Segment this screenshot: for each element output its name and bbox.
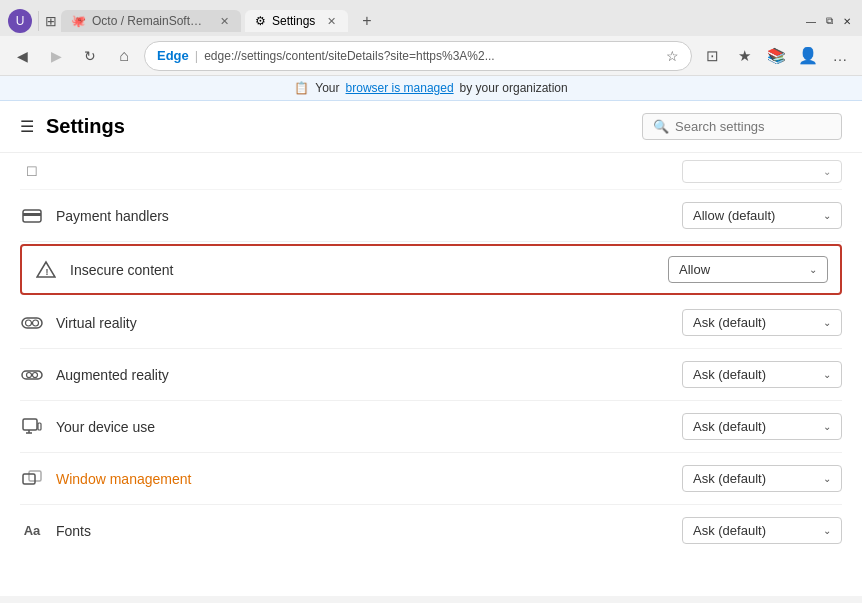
settings-page: ☰ Settings 🔍 ☐ ⌄ Payment handle: [0, 101, 862, 596]
svg-point-8: [33, 372, 38, 377]
home-button[interactable]: ⌂: [110, 42, 138, 70]
payment-handlers-label: Payment handlers: [56, 208, 670, 224]
restore-icon: ⧉: [826, 15, 833, 27]
svg-rect-10: [23, 419, 37, 430]
edge-logo: Edge: [157, 48, 189, 63]
split-screen-button[interactable]: ⊡: [698, 42, 726, 70]
tab-settings-close[interactable]: ✕: [325, 15, 338, 28]
search-icon: 🔍: [653, 119, 669, 134]
fonts-label: Fonts: [56, 523, 670, 539]
list-item-window-management: Window management Ask (default) ⌄: [20, 453, 842, 505]
chevron-down-icon: ⌄: [823, 473, 831, 484]
chevron-down-icon: ⌄: [823, 369, 831, 380]
forward-button[interactable]: ▶: [42, 42, 70, 70]
address-url: edge://settings/content/siteDetails?site…: [204, 49, 495, 63]
insecure-content-icon: !: [34, 258, 58, 282]
device-use-dropdown[interactable]: Ask (default) ⌄: [682, 413, 842, 440]
window-controls: — ⧉ ✕: [804, 14, 854, 28]
address-bar: ◀ ▶ ↻ ⌂ Edge | edge://settings/content/s…: [0, 36, 862, 76]
list-item-augmented-reality: Augmented reality Ask (default) ⌄: [20, 349, 842, 401]
tab-settings-label: Settings: [272, 14, 315, 28]
tab-octo-close[interactable]: ✕: [218, 15, 231, 28]
window-management-value: Ask (default): [693, 471, 815, 486]
tab-octo-favicon: 🐙: [71, 14, 86, 28]
augmented-reality-icon: [20, 363, 44, 387]
virtual-reality-dropdown[interactable]: Ask (default) ⌄: [682, 309, 842, 336]
star-icon[interactable]: ☆: [666, 48, 679, 64]
settings-list: ☐ ⌄ Payment handlers Allow (default) ⌄: [0, 153, 862, 596]
device-use-label: Your device use: [56, 419, 670, 435]
settings-header: ☰ Settings 🔍: [0, 101, 862, 153]
favorites-button[interactable]: ★: [730, 42, 758, 70]
insecure-content-dropdown[interactable]: Allow ⌄: [668, 256, 828, 283]
augmented-reality-dropdown[interactable]: Ask (default) ⌄: [682, 361, 842, 388]
search-box[interactable]: 🔍: [642, 113, 842, 140]
window-management-icon: [20, 467, 44, 491]
minimize-icon: —: [806, 16, 816, 27]
payment-handlers-icon: [20, 204, 44, 228]
fonts-value: Ask (default): [693, 523, 815, 538]
search-input[interactable]: [675, 119, 815, 134]
browser-chrome: U ⊞ 🐙 Octo / RemainSoftware.com ✕ ⚙ Sett…: [0, 0, 862, 101]
payment-handlers-value: Allow (default): [693, 208, 815, 223]
address-field[interactable]: Edge | edge://settings/content/siteDetai…: [144, 41, 692, 71]
list-item-payment-handlers: Payment handlers Allow (default) ⌄: [20, 190, 842, 242]
toolbar-icons: ⊡ ★ 📚 👤 …: [698, 42, 854, 70]
chevron-down-icon: ⌄: [823, 166, 831, 177]
restore-button[interactable]: ⧉: [822, 14, 836, 28]
fonts-dropdown[interactable]: Ask (default) ⌄: [682, 517, 842, 544]
insecure-content-value: Allow: [679, 262, 801, 277]
grid-icon[interactable]: ⊞: [45, 13, 57, 29]
insecure-content-label: Insecure content: [70, 262, 656, 278]
profile-icon[interactable]: U: [8, 9, 32, 33]
virtual-reality-icon: [20, 311, 44, 335]
menu-toggle-button[interactable]: ☰: [20, 117, 34, 136]
managed-link[interactable]: browser is managed: [346, 81, 454, 95]
partial-icon: ☐: [20, 159, 44, 183]
info-text-before: Your: [315, 81, 339, 95]
tab-settings[interactable]: ⚙ Settings ✕: [245, 10, 348, 32]
close-button[interactable]: ✕: [840, 14, 854, 28]
list-item-fonts: Aa Fonts Ask (default) ⌄: [20, 505, 842, 556]
tab-octo[interactable]: 🐙 Octo / RemainSoftware.com ✕: [61, 10, 241, 32]
close-icon: ✕: [843, 16, 851, 27]
chevron-down-icon: ⌄: [823, 210, 831, 221]
device-use-icon: [20, 415, 44, 439]
tab-octo-label: Octo / RemainSoftware.com: [92, 14, 208, 28]
info-icon: 📋: [294, 81, 309, 95]
page-title: Settings: [46, 115, 630, 138]
payment-handlers-dropdown[interactable]: Allow (default) ⌄: [682, 202, 842, 229]
list-item-device-use: Your device use Ask (default) ⌄: [20, 401, 842, 453]
list-item-insecure-content: ! Insecure content Allow ⌄: [20, 244, 842, 295]
augmented-reality-label: Augmented reality: [56, 367, 670, 383]
refresh-button[interactable]: ↻: [76, 42, 104, 70]
tab-settings-favicon: ⚙: [255, 14, 266, 28]
svg-point-4: [26, 320, 32, 326]
back-button[interactable]: ◀: [8, 42, 36, 70]
chevron-down-icon: ⌄: [809, 264, 817, 275]
profile-button[interactable]: 👤: [794, 42, 822, 70]
svg-point-5: [33, 320, 39, 326]
minimize-button[interactable]: —: [804, 14, 818, 28]
address-divider: |: [195, 48, 198, 63]
svg-point-7: [27, 372, 32, 377]
collections-button[interactable]: 📚: [762, 42, 790, 70]
virtual-reality-value: Ask (default): [693, 315, 815, 330]
svg-rect-1: [23, 213, 41, 216]
info-bar: 📋 Your browser is managed by your organi…: [0, 76, 862, 101]
chevron-down-icon: ⌄: [823, 317, 831, 328]
list-item-virtual-reality: Virtual reality Ask (default) ⌄: [20, 297, 842, 349]
virtual-reality-label: Virtual reality: [56, 315, 670, 331]
window-management-dropdown[interactable]: Ask (default) ⌄: [682, 465, 842, 492]
augmented-reality-value: Ask (default): [693, 367, 815, 382]
more-button[interactable]: …: [826, 42, 854, 70]
add-tab-button[interactable]: +: [356, 10, 377, 32]
tab-bar: U ⊞ 🐙 Octo / RemainSoftware.com ✕ ⚙ Sett…: [0, 0, 862, 36]
fonts-icon: Aa: [20, 519, 44, 543]
svg-text:!: !: [46, 267, 49, 277]
chevron-down-icon: ⌄: [823, 525, 831, 536]
window-management-label: Window management: [56, 471, 670, 487]
device-use-value: Ask (default): [693, 419, 815, 434]
partial-dropdown[interactable]: ⌄: [682, 160, 842, 183]
chevron-down-icon: ⌄: [823, 421, 831, 432]
